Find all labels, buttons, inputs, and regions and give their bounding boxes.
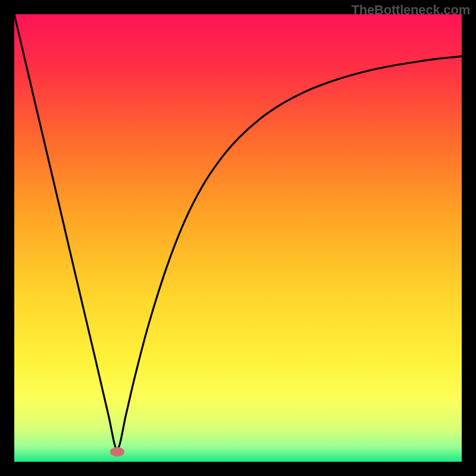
plot-area (14, 14, 462, 462)
attribution-label: TheBottleneck.com (351, 2, 470, 18)
bottleneck-chart (14, 14, 462, 462)
gradient-background (14, 14, 462, 462)
min-marker (110, 447, 124, 456)
